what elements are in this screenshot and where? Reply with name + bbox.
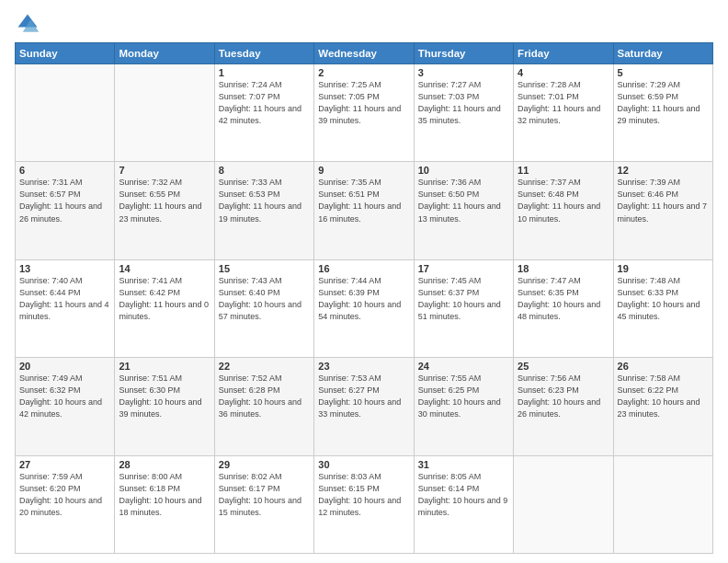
day-info: Sunrise: 7:45 AM Sunset: 6:37 PM Dayligh…: [418, 275, 509, 323]
day-info: Sunrise: 7:52 AM Sunset: 6:28 PM Dayligh…: [219, 373, 310, 420]
day-number: 28: [119, 459, 210, 470]
day-number: 9: [318, 165, 409, 176]
day-info: Sunrise: 7:44 AM Sunset: 6:39 PM Dayligh…: [318, 275, 409, 323]
table-row: 2Sunrise: 7:25 AM Sunset: 7:05 PM Daylig…: [314, 64, 414, 162]
day-info: Sunrise: 8:03 AM Sunset: 6:15 PM Dayligh…: [318, 471, 409, 519]
table-row: 5Sunrise: 7:29 AM Sunset: 6:59 PM Daylig…: [613, 64, 712, 162]
day-number: 10: [418, 165, 509, 176]
day-info: Sunrise: 7:43 AM Sunset: 6:40 PM Dayligh…: [219, 275, 310, 323]
calendar-header-row: Sunday Monday Tuesday Wednesday Thursday…: [16, 43, 713, 64]
day-info: Sunrise: 7:35 AM Sunset: 6:51 PM Dayligh…: [318, 177, 409, 224]
logo-icon: [15, 11, 40, 37]
table-row: 18Sunrise: 7:47 AM Sunset: 6:35 PM Dayli…: [514, 259, 613, 357]
day-number: 17: [418, 263, 509, 274]
day-number: 8: [219, 165, 310, 176]
day-number: 11: [518, 165, 609, 176]
day-number: 6: [19, 165, 110, 176]
table-row: 26Sunrise: 7:58 AM Sunset: 6:22 PM Dayli…: [613, 358, 712, 455]
day-info: Sunrise: 7:48 AM Sunset: 6:33 PM Dayligh…: [618, 275, 709, 323]
day-number: 30: [318, 459, 409, 470]
day-info: Sunrise: 7:27 AM Sunset: 7:03 PM Dayligh…: [418, 79, 509, 127]
day-info: Sunrise: 7:37 AM Sunset: 6:48 PM Dayligh…: [518, 177, 609, 224]
day-info: Sunrise: 7:28 AM Sunset: 7:01 PM Dayligh…: [518, 79, 609, 127]
table-row: 10Sunrise: 7:36 AM Sunset: 6:50 PM Dayli…: [414, 162, 513, 259]
table-row: 15Sunrise: 7:43 AM Sunset: 6:40 PM Dayli…: [214, 259, 313, 357]
day-number: 18: [518, 263, 609, 274]
table-row: 21Sunrise: 7:51 AM Sunset: 6:30 PM Dayli…: [115, 358, 214, 455]
header-friday: Friday: [514, 43, 613, 64]
header-sunday: Sunday: [16, 43, 115, 64]
table-row: 16Sunrise: 7:44 AM Sunset: 6:39 PM Dayli…: [314, 259, 414, 357]
day-info: Sunrise: 7:25 AM Sunset: 7:05 PM Dayligh…: [318, 79, 409, 127]
table-row: 11Sunrise: 7:37 AM Sunset: 6:48 PM Dayli…: [514, 162, 613, 259]
day-number: 31: [418, 459, 509, 470]
day-number: 4: [518, 67, 609, 78]
day-number: 25: [518, 361, 609, 372]
day-number: 23: [318, 361, 409, 372]
day-info: Sunrise: 7:51 AM Sunset: 6:30 PM Dayligh…: [119, 373, 210, 420]
day-number: 22: [219, 361, 310, 372]
day-number: 7: [119, 165, 210, 176]
table-row: 3Sunrise: 7:27 AM Sunset: 7:03 PM Daylig…: [414, 64, 513, 162]
table-row: 31Sunrise: 8:05 AM Sunset: 6:14 PM Dayli…: [414, 455, 513, 553]
day-number: 2: [318, 67, 409, 78]
day-number: 14: [119, 263, 210, 274]
day-number: 15: [219, 263, 310, 274]
day-info: Sunrise: 7:59 AM Sunset: 6:20 PM Dayligh…: [19, 471, 110, 519]
day-info: Sunrise: 7:53 AM Sunset: 6:27 PM Dayligh…: [318, 373, 409, 420]
day-number: 24: [418, 361, 509, 372]
day-info: Sunrise: 7:32 AM Sunset: 6:55 PM Dayligh…: [119, 177, 210, 224]
table-row: 28Sunrise: 8:00 AM Sunset: 6:18 PM Dayli…: [115, 455, 214, 553]
day-info: Sunrise: 8:05 AM Sunset: 6:14 PM Dayligh…: [418, 471, 509, 519]
table-row: 13Sunrise: 7:40 AM Sunset: 6:44 PM Dayli…: [16, 259, 115, 357]
table-row: 6Sunrise: 7:31 AM Sunset: 6:57 PM Daylig…: [16, 162, 115, 259]
table-row: 22Sunrise: 7:52 AM Sunset: 6:28 PM Dayli…: [214, 358, 313, 455]
day-info: Sunrise: 7:36 AM Sunset: 6:50 PM Dayligh…: [418, 177, 509, 224]
calendar-week-row: 13Sunrise: 7:40 AM Sunset: 6:44 PM Dayli…: [16, 259, 713, 357]
table-row: 12Sunrise: 7:39 AM Sunset: 6:46 PM Dayli…: [613, 162, 712, 259]
table-row: 23Sunrise: 7:53 AM Sunset: 6:27 PM Dayli…: [314, 358, 414, 455]
day-info: Sunrise: 7:55 AM Sunset: 6:25 PM Dayligh…: [418, 373, 509, 420]
table-row: 30Sunrise: 8:03 AM Sunset: 6:15 PM Dayli…: [314, 455, 414, 553]
day-info: Sunrise: 7:33 AM Sunset: 6:53 PM Dayligh…: [219, 177, 310, 224]
day-info: Sunrise: 8:02 AM Sunset: 6:17 PM Dayligh…: [219, 471, 310, 519]
table-row: 9Sunrise: 7:35 AM Sunset: 6:51 PM Daylig…: [314, 162, 414, 259]
table-row: 24Sunrise: 7:55 AM Sunset: 6:25 PM Dayli…: [414, 358, 513, 455]
table-row: 4Sunrise: 7:28 AM Sunset: 7:01 PM Daylig…: [514, 64, 613, 162]
table-row: 8Sunrise: 7:33 AM Sunset: 6:53 PM Daylig…: [214, 162, 313, 259]
header-monday: Monday: [115, 43, 214, 64]
table-row: 7Sunrise: 7:32 AM Sunset: 6:55 PM Daylig…: [115, 162, 214, 259]
day-info: Sunrise: 7:47 AM Sunset: 6:35 PM Dayligh…: [518, 275, 609, 323]
day-number: 5: [618, 67, 709, 78]
table-row: [613, 455, 712, 553]
calendar-week-row: 27Sunrise: 7:59 AM Sunset: 6:20 PM Dayli…: [16, 455, 713, 553]
table-row: [16, 64, 115, 162]
table-row: 1Sunrise: 7:24 AM Sunset: 7:07 PM Daylig…: [214, 64, 313, 162]
header-wednesday: Wednesday: [314, 43, 414, 64]
header-thursday: Thursday: [414, 43, 513, 64]
table-row: [514, 455, 613, 553]
day-number: 13: [19, 263, 110, 274]
day-number: 12: [618, 165, 709, 176]
day-number: 19: [618, 263, 709, 274]
day-number: 16: [318, 263, 409, 274]
day-info: Sunrise: 7:40 AM Sunset: 6:44 PM Dayligh…: [19, 275, 110, 323]
day-info: Sunrise: 7:31 AM Sunset: 6:57 PM Dayligh…: [19, 177, 110, 224]
table-row: 20Sunrise: 7:49 AM Sunset: 6:32 PM Dayli…: [16, 358, 115, 455]
page: Sunday Monday Tuesday Wednesday Thursday…: [0, 0, 728, 563]
calendar-table: Sunday Monday Tuesday Wednesday Thursday…: [15, 42, 713, 554]
day-info: Sunrise: 7:58 AM Sunset: 6:22 PM Dayligh…: [618, 373, 709, 420]
day-number: 26: [618, 361, 709, 372]
table-row: 29Sunrise: 8:02 AM Sunset: 6:17 PM Dayli…: [214, 455, 313, 553]
table-row: [115, 64, 214, 162]
day-number: 20: [19, 361, 110, 372]
day-info: Sunrise: 7:56 AM Sunset: 6:23 PM Dayligh…: [518, 373, 609, 420]
day-number: 27: [19, 459, 110, 470]
calendar-week-row: 20Sunrise: 7:49 AM Sunset: 6:32 PM Dayli…: [16, 358, 713, 455]
day-info: Sunrise: 7:24 AM Sunset: 7:07 PM Dayligh…: [219, 79, 310, 127]
day-info: Sunrise: 7:41 AM Sunset: 6:42 PM Dayligh…: [119, 275, 210, 323]
calendar-week-row: 1Sunrise: 7:24 AM Sunset: 7:07 PM Daylig…: [16, 64, 713, 162]
day-info: Sunrise: 7:39 AM Sunset: 6:46 PM Dayligh…: [618, 177, 709, 224]
header-tuesday: Tuesday: [214, 43, 313, 64]
day-info: Sunrise: 8:00 AM Sunset: 6:18 PM Dayligh…: [119, 471, 210, 519]
